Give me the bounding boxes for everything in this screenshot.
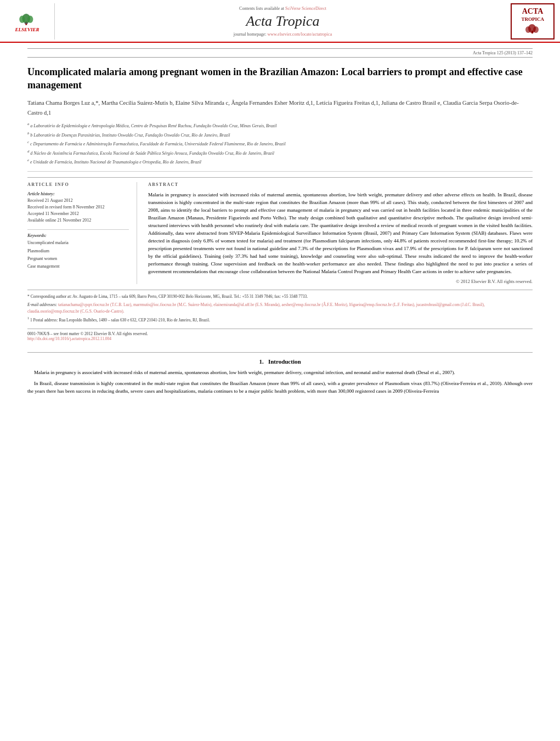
- intro-para-2: In Brazil, disease transmission is highl…: [27, 380, 533, 395]
- journal-header: ELSEVIER Contents lists available at Sci…: [0, 0, 560, 43]
- bottom-bar: 0001-706X/$ – see front matter © 2012 El…: [27, 329, 533, 341]
- keywords-group: Keywords: Uncomplicated malaria Plasmodi…: [27, 233, 129, 271]
- journal-name-title: Acta Tropica: [246, 13, 319, 30]
- article-info-col: ARTICLE INFO Article history: Received 2…: [27, 182, 137, 284]
- svg-point-7: [525, 26, 531, 33]
- accepted-date: Accepted 11 November 2012: [27, 211, 129, 217]
- keywords-list: Uncomplicated malaria Plasmodium Pregnan…: [27, 239, 129, 271]
- postal-footnote: 1 1 Postal address: Rua Leopoldo Bulhões…: [27, 316, 533, 323]
- article-history: Article history: Received 21 August 2012…: [27, 191, 129, 224]
- divider: [27, 229, 129, 230]
- issn-line: 0001-706X/$ – see front matter © 2012 El…: [27, 331, 533, 336]
- main-content: Acta Tropica 125 (2013) 137–142 Uncompli…: [0, 43, 560, 410]
- intro-para-1: Malaria in pregnancy is associated with …: [27, 369, 533, 377]
- affiliation-e: e e Unidade de Farmácia, Instituto Nacio…: [27, 157, 533, 166]
- introduction-section: 1. Introduction Malaria in pregnancy is …: [27, 352, 533, 395]
- acta-tree-icon: [522, 23, 544, 34]
- svg-point-8: [533, 26, 539, 33]
- sciverse-link[interactable]: SciVerse ScienceDirect: [285, 6, 326, 11]
- history-label: Article history:: [27, 191, 129, 196]
- svg-point-3: [27, 15, 33, 22]
- elsevier-logo: ELSEVIER: [5, 3, 55, 39]
- copyright-line: © 2012 Elsevier B.V. All rights reserved…: [148, 279, 533, 284]
- article-meta-bar: Acta Tropica 125 (2013) 137–142: [27, 48, 533, 58]
- article-title: Uncomplicated malaria among pregnant wom…: [27, 65, 533, 92]
- svg-point-2: [19, 15, 25, 22]
- intro-section-title: 1. Introduction: [27, 358, 533, 365]
- homepage-link[interactable]: www.elsevier.com/locate/actatropica: [268, 32, 332, 37]
- doi-link[interactable]: http://dx.doi.org/10.1016/j.actatropica.…: [27, 336, 111, 341]
- affiliation-b: b b Laboratório de Doenças Parasitárias,…: [27, 131, 533, 139]
- journal-center: Contents lists available at SciVerse Sci…: [60, 3, 505, 39]
- elsevier-tree-icon: [8, 10, 47, 26]
- received-date: Received 21 August 2012: [27, 197, 129, 204]
- abstract-col: ABSTRACT Malaria in pregnancy is associa…: [148, 182, 533, 284]
- email-label: E-mail addresses:: [27, 302, 57, 307]
- affiliation-c: c c Departamento de Farmácia e Administr…: [27, 139, 533, 148]
- affiliation-a: a a Laboratório de Epidemiologia e Antro…: [27, 121, 533, 129]
- sciverse-line: Contents lists available at SciVerse Sci…: [239, 6, 326, 11]
- keywords-label: Keywords:: [27, 233, 129, 238]
- corresponding-footnote: * Corresponding author at: Av. Augusto d…: [27, 293, 533, 300]
- abstract-text: Malaria in pregnancy is associated with …: [148, 191, 533, 275]
- affiliation-d: d d Núcleo de Assistência Farmacêutica, …: [27, 149, 533, 157]
- email-links[interactable]: tatianachama@cpqrr.fiocruz.br (T.C.B. Lu…: [27, 302, 485, 314]
- journal-homepage-line: journal homepage: www.elsevier.com/locat…: [234, 32, 332, 37]
- online-date: Available online 21 November 2012: [27, 217, 129, 224]
- email-footnote: E-mail addresses: tatianachama@cpqrr.fio…: [27, 302, 533, 314]
- acta-tropica-logo: ACTA TROPICA: [511, 3, 555, 39]
- elsevier-brand-text: ELSEVIER: [15, 27, 39, 32]
- svg-rect-4: [24, 22, 27, 24]
- revised-date: Received in revised form 8 November 2012: [27, 204, 129, 211]
- footnotes-area: * Corresponding author at: Av. Augusto d…: [27, 290, 533, 323]
- keyword-2: Plasmodium: [27, 247, 129, 255]
- intro-body: Malaria in pregnancy is associated with …: [27, 369, 533, 395]
- keyword-4: Case management: [27, 263, 129, 270]
- abstract-label: ABSTRACT: [148, 182, 533, 187]
- keyword-3: Pregnant women: [27, 255, 129, 263]
- article-info-label: ARTICLE INFO: [27, 182, 129, 187]
- keyword-1: Uncomplicated malaria: [27, 239, 129, 247]
- doi-line: http://dx.doi.org/10.1016/j.actatropica.…: [27, 336, 533, 341]
- affiliations-block: a a Laboratório de Epidemiologia e Antro…: [27, 121, 533, 172]
- article-info-abstract-cols: ARTICLE INFO Article history: Received 2…: [27, 177, 533, 284]
- authors-line: Tatiana Chama Borges Luz a,*, Martha Cec…: [27, 98, 533, 118]
